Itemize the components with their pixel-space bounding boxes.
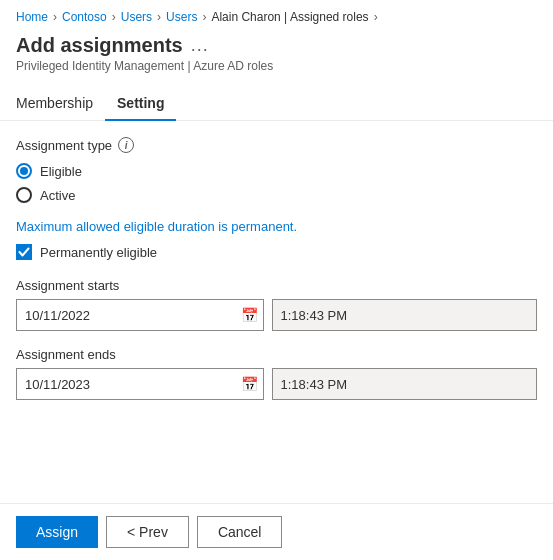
permanently-eligible-row[interactable]: Permanently eligible bbox=[16, 244, 537, 260]
breadcrumb-sep-4: › bbox=[202, 10, 206, 24]
breadcrumb-alain: Alain Charon | Assigned roles bbox=[211, 10, 368, 24]
breadcrumb-users2[interactable]: Users bbox=[166, 10, 197, 24]
assignment-starts-label: Assignment starts bbox=[16, 278, 537, 293]
assignment-starts-date-wrap: 📅 bbox=[16, 299, 264, 331]
breadcrumb-home[interactable]: Home bbox=[16, 10, 48, 24]
assignment-starts-calendar-icon[interactable]: 📅 bbox=[241, 307, 258, 323]
page-subtitle: Privileged Identity Management | Azure A… bbox=[16, 59, 537, 73]
breadcrumb: Home › Contoso › Users › Users › Alain C… bbox=[0, 0, 553, 30]
breadcrumb-sep-3: › bbox=[157, 10, 161, 24]
radio-eligible-label: Eligible bbox=[40, 164, 82, 179]
radio-eligible[interactable]: Eligible bbox=[16, 163, 537, 179]
radio-active[interactable]: Active bbox=[16, 187, 537, 203]
more-options-icon[interactable]: ... bbox=[191, 35, 209, 56]
assignment-starts-group: Assignment starts 📅 bbox=[16, 278, 537, 331]
page-header: Add assignments ... Privileged Identity … bbox=[0, 30, 553, 81]
assignment-type-label: Assignment type bbox=[16, 138, 112, 153]
tab-setting[interactable]: Setting bbox=[105, 87, 176, 121]
assignment-ends-date-wrap: 📅 bbox=[16, 368, 264, 400]
assignment-ends-inputs: 📅 bbox=[16, 368, 537, 400]
assignment-ends-group: Assignment ends 📅 bbox=[16, 347, 537, 400]
assignment-type-row: Assignment type i bbox=[16, 137, 537, 153]
permanently-eligible-checkbox[interactable] bbox=[16, 244, 32, 260]
assignment-ends-time-input[interactable] bbox=[272, 368, 538, 400]
content-area: Assignment type i Eligible Active Maximu… bbox=[0, 121, 553, 400]
tab-membership[interactable]: Membership bbox=[16, 87, 105, 121]
cancel-button[interactable]: Cancel bbox=[197, 516, 283, 548]
assignment-starts-date-input[interactable] bbox=[16, 299, 264, 331]
breadcrumb-sep-2: › bbox=[112, 10, 116, 24]
breadcrumb-sep-1: › bbox=[53, 10, 57, 24]
breadcrumb-contoso[interactable]: Contoso bbox=[62, 10, 107, 24]
assignment-starts-time-input[interactable] bbox=[272, 299, 538, 331]
page-title: Add assignments bbox=[16, 34, 183, 57]
prev-button[interactable]: < Prev bbox=[106, 516, 189, 548]
permanently-eligible-label: Permanently eligible bbox=[40, 245, 157, 260]
radio-active-label: Active bbox=[40, 188, 75, 203]
info-message: Maximum allowed eligible duration is per… bbox=[16, 219, 537, 234]
assignment-ends-calendar-icon[interactable]: 📅 bbox=[241, 376, 258, 392]
assignment-ends-label: Assignment ends bbox=[16, 347, 537, 362]
assignment-type-radio-group: Eligible Active bbox=[16, 163, 537, 203]
assign-button[interactable]: Assign bbox=[16, 516, 98, 548]
radio-eligible-circle bbox=[16, 163, 32, 179]
breadcrumb-sep-5: › bbox=[374, 10, 378, 24]
tabs-container: Membership Setting bbox=[0, 87, 553, 121]
footer: Assign < Prev Cancel bbox=[0, 503, 553, 560]
breadcrumb-users1[interactable]: Users bbox=[121, 10, 152, 24]
assignment-type-info-icon[interactable]: i bbox=[118, 137, 134, 153]
assignment-ends-date-input[interactable] bbox=[16, 368, 264, 400]
radio-active-circle bbox=[16, 187, 32, 203]
assignment-starts-inputs: 📅 bbox=[16, 299, 537, 331]
